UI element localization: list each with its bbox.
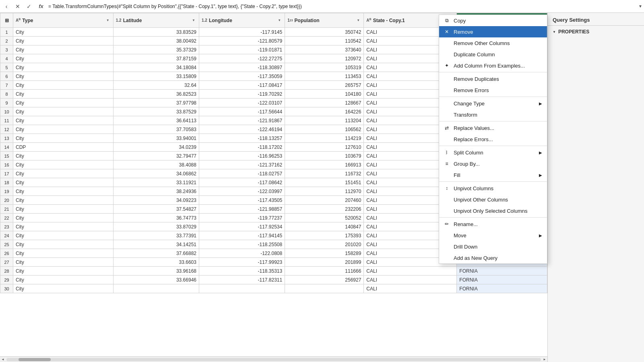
col-header-population[interactable]: 123Population▼ [285, 13, 364, 28]
ctx-label-remove-errors: Remove Errors [454, 87, 542, 93]
cell-type: City [13, 37, 114, 45]
row-number: 27 [0, 258, 13, 267]
cell-population: 116732 [285, 169, 364, 178]
confirm-formula-button[interactable]: ✓ [24, 2, 34, 11]
cancel-formula-button[interactable]: ✕ [13, 2, 23, 11]
formula-input[interactable] [48, 4, 637, 9]
cell-longitude: -121.37162 [199, 160, 285, 169]
cell-type: CDP [13, 143, 114, 152]
cell-latitude: 34.09223 [113, 196, 199, 205]
ctx-item-unpivot-columns[interactable]: ↕Unpivot Columns [439, 183, 547, 194]
ctx-item-unpivot-only-selected[interactable]: Unpivot Only Selected Columns [439, 205, 547, 216]
cell-population: 373640 [285, 45, 364, 54]
row-number: 25 [0, 240, 13, 249]
cell-population: 201899 [285, 258, 364, 267]
cell-latitude: 33.87029 [113, 222, 199, 231]
col-filter-btn-population[interactable]: ▼ [355, 18, 361, 23]
ctx-item-remove[interactable]: ✕Remove [439, 26, 547, 37]
ctx-item-remove-errors[interactable]: Remove Errors [439, 84, 547, 96]
cell-population: 158289 [285, 249, 364, 258]
ctx-label-group-by: Group By... [454, 161, 542, 167]
ctx-item-replace-values[interactable]: ⇄Replace Values... [439, 122, 547, 134]
cell-longitude: -116.96253 [199, 152, 285, 160]
row-number: 12 [0, 125, 13, 134]
ctx-label-remove-duplicates: Remove Duplicates [454, 76, 542, 82]
triangle-icon: ▼ [553, 30, 556, 34]
horizontal-scrollbar[interactable]: ◄ ► [0, 356, 547, 362]
ctx-item-copy[interactable]: ⧉Copy [439, 15, 547, 26]
ctx-item-remove-duplicates[interactable]: Remove Duplicates [439, 73, 547, 84]
col-label-longitude: Longitude [209, 18, 275, 23]
row-number: 22 [0, 214, 13, 222]
ctx-item-move[interactable]: Move▶ [439, 230, 547, 241]
cell-latitude [113, 284, 199, 293]
col-filter-btn-latitude[interactable]: ▼ [191, 18, 196, 23]
cell-latitude: 33.87529 [113, 107, 199, 116]
row-number: 1 [0, 28, 13, 37]
ctx-item-remove-other-columns[interactable]: Remove Other Columns [439, 37, 547, 49]
col-filter-btn-longitude[interactable]: ▼ [277, 18, 282, 23]
cell-longitude: -119.01871 [199, 45, 285, 54]
col-label-type: Type [22, 18, 103, 23]
cell-latitude: 37.66882 [113, 249, 199, 258]
cell-longitude: -117.99923 [199, 258, 285, 267]
ctx-item-replace-errors[interactable]: Replace Errors... [439, 134, 547, 145]
ctx-item-unpivot-other-columns[interactable]: Unpivot Other Columns [439, 194, 547, 205]
cell-type: City [13, 231, 114, 240]
col-header-type[interactable]: ABType▼ [13, 13, 114, 28]
scroll-left-arrow[interactable]: ◄ [0, 357, 6, 362]
col-filter-btn-type[interactable]: ▼ [105, 18, 111, 23]
cell-latitude: 35.37329 [113, 45, 199, 54]
context-menu: ⧉Copy✕RemoveRemove Other ColumnsDuplicat… [439, 14, 547, 264]
ctx-item-split-column[interactable]: ⧘Split Column▶ [439, 147, 547, 158]
col-type-icon-type: AB [16, 18, 21, 23]
col-header-latitude[interactable]: 1.2Latitude▼ [113, 13, 199, 28]
cell-longitude: -122.03107 [199, 99, 285, 107]
row-number: 10 [0, 107, 13, 116]
formula-expand-icon[interactable]: ▼ [638, 4, 642, 8]
cell-latitude: 34.18084 [113, 63, 199, 72]
ctx-item-rename[interactable]: ✏Rename... [439, 218, 547, 230]
col-header-longitude[interactable]: 1.2Longitude▼ [199, 13, 285, 28]
col-label-population: Population [295, 18, 354, 23]
ctx-item-change-type[interactable]: Change Type▶ [439, 98, 547, 109]
split-icon: ⧘ [443, 149, 450, 156]
cell-longitude: -117.35059 [199, 72, 285, 81]
cell-population: 151451 [285, 178, 364, 187]
ctx-item-add-as-new-query[interactable]: Add as New Query [439, 252, 547, 263]
cell-type: City [13, 276, 114, 284]
cell-population: 120972 [285, 54, 364, 63]
ctx-separator-after-unpivot-only-selected [439, 217, 547, 218]
cell-latitude: 37.54827 [113, 205, 199, 214]
cell-type: City [13, 196, 114, 205]
ctx-item-fill[interactable]: Fill▶ [439, 169, 547, 181]
cell-longitude: -117.82311 [199, 276, 285, 284]
cell-type: City [13, 72, 114, 81]
x-icon: ✕ [443, 28, 450, 35]
ctx-item-transform[interactable]: Transform [439, 109, 547, 120]
cell-latitude: 33.96168 [113, 267, 199, 276]
cell-type: City [13, 284, 114, 293]
cell-type: City [13, 258, 114, 267]
nav-back-button[interactable]: ‹ [2, 2, 11, 11]
scroll-right-arrow[interactable]: ► [542, 357, 547, 362]
row-number: 18 [0, 178, 13, 187]
replace-icon: ⇄ [443, 124, 450, 132]
cell-type: City [13, 90, 114, 99]
ctx-item-drill-down[interactable]: Drill Down [439, 241, 547, 252]
cell-longitude: -122.27275 [199, 54, 285, 63]
cell-latitude: 38.24936 [113, 187, 199, 196]
ctx-item-group-by[interactable]: ≡Group By... [439, 158, 547, 169]
ctx-item-add-column-from-examples[interactable]: ✦Add Column From Examples... [439, 60, 547, 71]
ctx-label-transform: Transform [454, 112, 542, 118]
cell-type: City [13, 125, 114, 134]
sparkle-icon: ✦ [443, 62, 450, 69]
cell-type: City [13, 249, 114, 258]
row-number: 20 [0, 196, 13, 205]
table-row: 28City33.96168-118.35313111666CALIFORNIA [0, 267, 547, 276]
table-icon[interactable]: ⊞ [3, 14, 10, 27]
cell-population: 175393 [285, 231, 364, 240]
cell-type: City [13, 99, 114, 107]
ctx-item-duplicate-column[interactable]: Duplicate Column [439, 49, 547, 60]
cell-latitude: 33.83529 [113, 28, 199, 37]
